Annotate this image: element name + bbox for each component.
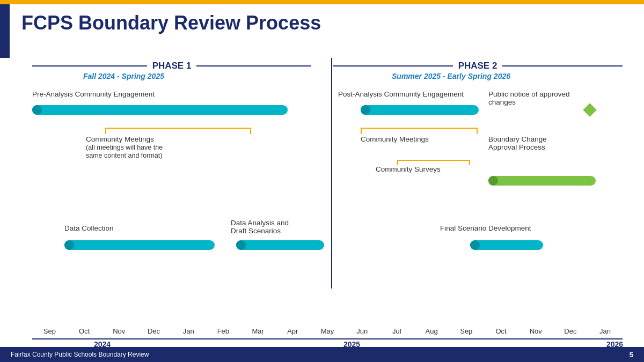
community-meetings-bracket-2 <box>361 128 478 134</box>
data-collection-bar <box>64 240 215 250</box>
axis-month-feb25: Feb <box>206 327 241 335</box>
footer-text: Fairfax County Public Schools Boundary R… <box>11 351 149 358</box>
footer: Fairfax County Public Schools Boundary R… <box>0 347 644 362</box>
pre-analysis-dot <box>32 105 42 115</box>
axis-months: Sep Oct Nov Dec Jan Feb Mar Apr May Jun … <box>32 327 623 335</box>
phase2-subtitle: Summer 2025 - Early Spring 2026 <box>392 72 510 80</box>
axis-month-jul25: Jul <box>379 327 414 335</box>
data-analysis-dot <box>236 240 246 250</box>
boundary-change-label: Boundary ChangeApproval Process <box>488 135 593 151</box>
community-meetings-label-1: Community Meetings(all meetings will hav… <box>86 135 193 159</box>
phase1-line-left <box>32 65 147 67</box>
axis-month-jun25: Jun <box>345 327 379 335</box>
axis-month-apr25: Apr <box>275 327 310 335</box>
top-bar <box>0 0 644 4</box>
data-analysis-bar <box>236 240 324 250</box>
axis-month-jan26: Jan <box>588 327 623 335</box>
public-notice-diamond <box>583 103 596 116</box>
axis-month-nov24: Nov <box>101 327 136 335</box>
axis-month-dec24: Dec <box>136 327 171 335</box>
final-scenario-dot <box>470 240 480 250</box>
community-meetings-bracket-1 <box>105 128 251 134</box>
phase2-line-left <box>333 65 453 67</box>
phase-divider-line <box>331 58 332 289</box>
boundary-change-dot <box>488 176 498 186</box>
axis-month-dec25: Dec <box>553 327 588 335</box>
left-accent <box>0 4 10 58</box>
public-notice-label: Public notice of approved changes <box>488 90 585 106</box>
axis-line <box>32 338 623 339</box>
axis-month-sep25: Sep <box>449 327 484 335</box>
footer-page-num: 5 <box>630 351 633 359</box>
data-analysis-label: Data Analysis andDraft Scenarios <box>231 219 317 235</box>
post-analysis-dot <box>361 105 370 115</box>
data-collection-label: Data Collection <box>64 224 114 232</box>
axis-month-nov25: Nov <box>518 327 553 335</box>
data-collection-dot <box>64 240 74 250</box>
phase1-header: PHASE 1 <box>32 61 311 71</box>
phase2-header: PHASE 2 <box>333 61 623 71</box>
axis-month-sep24: Sep <box>32 327 67 335</box>
axis-month-may25: May <box>310 327 345 335</box>
pre-analysis-bar <box>32 105 288 115</box>
page-title: FCPS Boundary Review Process <box>21 12 321 34</box>
post-analysis-label: Post-Analysis Community Engagement <box>338 90 464 98</box>
axis-month-oct24: Oct <box>67 327 102 335</box>
community-surveys-bracket <box>397 160 470 165</box>
final-scenario-bar <box>470 240 543 250</box>
axis-month-mar25: Mar <box>240 327 275 335</box>
phase2-label: PHASE 2 <box>453 61 503 71</box>
boundary-change-bar <box>488 176 596 186</box>
axis-month-oct25: Oct <box>484 327 518 335</box>
pre-analysis-label: Pre-Analysis Community Engagement <box>32 90 155 98</box>
community-surveys-label: Community Surveys <box>376 165 441 173</box>
community-meetings-label-2: Community Meetings <box>361 135 429 143</box>
axis-month-aug25: Aug <box>414 327 449 335</box>
final-scenario-label: Final Scenario Development <box>440 224 531 232</box>
axis-month-jan25: Jan <box>171 327 206 335</box>
phase1-line-right <box>196 65 311 67</box>
phase1-subtitle: Fall 2024 - Spring 2025 <box>83 72 164 80</box>
phase1-label: PHASE 1 <box>147 61 197 71</box>
post-analysis-bar <box>361 105 479 115</box>
phase2-line-right <box>502 65 623 67</box>
